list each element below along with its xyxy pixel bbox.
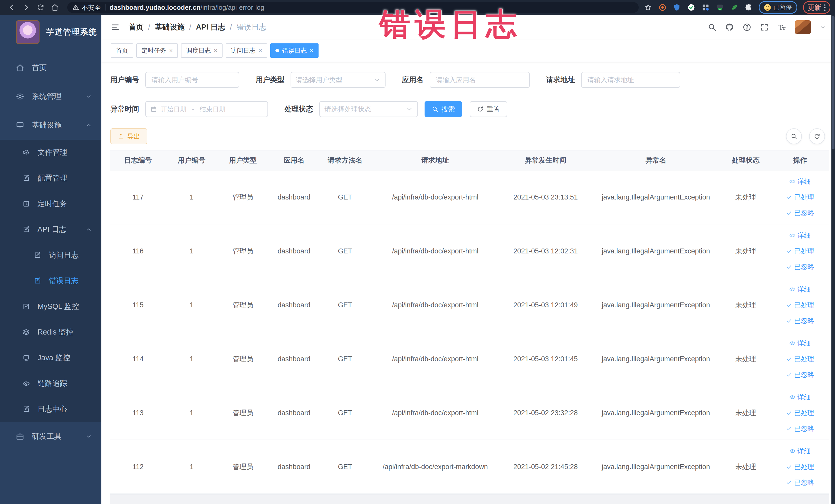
action-已处理[interactable]: 已处理 xyxy=(786,355,814,364)
close-icon[interactable]: × xyxy=(214,47,218,54)
tab-错误日志[interactable]: 错误日志× xyxy=(270,43,319,58)
app-name-label: 应用名 xyxy=(402,75,424,85)
orange-extension-button[interactable] xyxy=(658,3,667,12)
action-已处理[interactable]: 已处理 xyxy=(786,301,814,310)
refresh-table-button[interactable] xyxy=(809,128,825,144)
reload-button[interactable] xyxy=(33,2,48,13)
close-icon[interactable]: × xyxy=(310,47,313,54)
forward-button[interactable] xyxy=(19,2,33,13)
export-button[interactable]: 导出 xyxy=(110,128,147,144)
cell-id: 117 xyxy=(110,170,166,224)
action-已忽略[interactable]: 已忽略 xyxy=(786,208,814,218)
breadcrumb-item[interactable]: API 日志 xyxy=(196,22,225,32)
action-详细[interactable]: 详细 xyxy=(789,231,811,240)
action-详细[interactable]: 详细 xyxy=(789,447,811,456)
row-actions: 详细已处理已忽略 xyxy=(773,177,827,218)
sidebar-item-0-首页[interactable]: 首页 xyxy=(0,54,101,82)
action-已处理[interactable]: 已处理 xyxy=(786,462,814,471)
cell-exception: java.lang.IllegalArgumentException xyxy=(591,386,720,440)
sidebar-item-13-日志中心[interactable]: 日志中心 xyxy=(0,397,101,422)
action-已忽略[interactable]: 已忽略 xyxy=(786,316,814,325)
green-check-extension-button[interactable] xyxy=(687,3,696,12)
sidebar-item-10-Redis-监控[interactable]: Redis 监控 xyxy=(0,319,101,345)
sidebar-item-3-文件管理[interactable]: 文件管理 xyxy=(0,140,101,165)
address-bar[interactable]: 不安全dashboard.yudao.iocoder.cn/infra/log/… xyxy=(67,2,639,13)
breadcrumb-item[interactable]: 首页 xyxy=(128,22,143,32)
chevron-down-icon xyxy=(85,93,92,100)
kebab-menu-icon xyxy=(824,4,826,11)
sidebar-item-7-访问日志[interactable]: 访问日志 xyxy=(0,242,101,268)
layers-icon xyxy=(23,329,30,336)
sidebar-item-11-Java-监控[interactable]: Java 监控 xyxy=(0,345,101,371)
close-icon[interactable]: × xyxy=(169,47,173,54)
tab-定时任务[interactable]: 定时任务× xyxy=(136,43,178,58)
row-actions: 详细已处理已忽略 xyxy=(773,231,827,271)
grid-extension-button[interactable] xyxy=(701,3,710,12)
search-button[interactable]: 搜索 xyxy=(425,101,462,117)
logo-avatar xyxy=(16,20,40,44)
tab-访问日志[interactable]: 访问日志× xyxy=(226,43,267,58)
close-icon[interactable]: × xyxy=(259,47,262,54)
tab-调度日志[interactable]: 调度日志× xyxy=(181,43,223,58)
action-已忽略[interactable]: 已忽略 xyxy=(786,262,814,271)
tab-首页[interactable]: 首页 xyxy=(110,43,133,58)
vpn-on-extension-button[interactable]: on xyxy=(716,3,725,12)
help-icon[interactable] xyxy=(742,23,751,32)
app-logo[interactable]: 芋道管理系统 xyxy=(0,15,101,46)
action-详细[interactable]: 详细 xyxy=(789,393,811,402)
toggle-search-button[interactable] xyxy=(786,128,802,144)
sidebar-item-2-基础设施[interactable]: 基础设施 xyxy=(0,111,101,140)
action-详细[interactable]: 详细 xyxy=(789,285,811,294)
process-status-select[interactable]: 请选择处理状态 xyxy=(319,101,418,117)
sidebar-item-1-系统管理[interactable]: 系统管理 xyxy=(0,82,101,111)
site-security[interactable]: 不安全 xyxy=(73,3,101,12)
font-size-icon[interactable] xyxy=(777,23,786,32)
green-leaf-extension-button[interactable] xyxy=(730,3,739,12)
back-button[interactable] xyxy=(5,2,19,13)
sidebar-item-12-链路追踪[interactable]: 链路追踪 xyxy=(0,371,101,397)
blue-shield-extension-button[interactable] xyxy=(673,3,681,12)
github-icon[interactable] xyxy=(725,23,734,32)
reset-button[interactable]: 重置 xyxy=(470,101,507,117)
hamburger-icon[interactable] xyxy=(110,23,120,32)
user-id-input[interactable] xyxy=(145,72,239,88)
search-icon[interactable] xyxy=(708,23,716,32)
column-header-异常发生时间: 异常发生时间 xyxy=(500,150,591,170)
request-url-input[interactable] xyxy=(581,72,680,88)
page-scrollbar[interactable] xyxy=(831,15,835,504)
sidebar-item-14-研发工具[interactable]: 研发工具 xyxy=(0,422,101,451)
browser-update-button[interactable]: 更新 xyxy=(803,1,830,14)
sidebar-item-4-配置管理[interactable]: 配置管理 xyxy=(0,165,101,191)
sidebar-item-label: 访问日志 xyxy=(49,250,79,260)
breadcrumb-item[interactable]: 基础设施 xyxy=(155,22,185,32)
action-已处理[interactable]: 已处理 xyxy=(786,408,814,418)
sidebar-item-6-API-日志[interactable]: API 日志 xyxy=(0,217,101,242)
user-type-select[interactable]: 请选择用户类型 xyxy=(290,72,386,88)
puzzle-extensions-button[interactable] xyxy=(745,3,753,12)
home-button[interactable] xyxy=(48,2,62,13)
profile-paused-chip[interactable]: 已暂停 xyxy=(759,1,797,14)
action-label: 详细 xyxy=(797,231,811,240)
eye-icon xyxy=(789,178,795,185)
action-已忽略[interactable]: 已忽略 xyxy=(786,424,814,433)
scrollbar-thumb[interactable] xyxy=(832,16,834,149)
action-已忽略[interactable]: 已忽略 xyxy=(786,370,814,379)
action-已处理[interactable]: 已处理 xyxy=(786,193,814,202)
action-详细[interactable]: 详细 xyxy=(789,177,811,186)
user-avatar[interactable] xyxy=(795,20,811,34)
sidebar-item-8-错误日志[interactable]: 错误日志 xyxy=(0,268,101,294)
sidebar-item-9-MySQL-监控[interactable]: MySQL 监控 xyxy=(0,294,101,319)
exception-time-range-picker[interactable]: 开始日期 - 结束日期 xyxy=(145,101,268,117)
action-详细[interactable]: 详细 xyxy=(789,339,811,348)
chevron-down-icon[interactable] xyxy=(820,24,826,30)
app-name-input[interactable] xyxy=(430,72,530,88)
sidebar-item-5-定时任务[interactable]: 定时任务 xyxy=(0,191,101,217)
bookmark-star-button[interactable] xyxy=(644,3,652,12)
cell-user_id: 1 xyxy=(166,386,218,440)
action-已忽略[interactable]: 已忽略 xyxy=(786,478,814,487)
column-header-用户类型: 用户类型 xyxy=(218,150,268,170)
active-dot-icon xyxy=(276,49,279,53)
action-已处理[interactable]: 已处理 xyxy=(786,247,814,256)
annotation-overlay: 错误日志 xyxy=(380,4,521,45)
fullscreen-icon[interactable] xyxy=(760,23,769,32)
